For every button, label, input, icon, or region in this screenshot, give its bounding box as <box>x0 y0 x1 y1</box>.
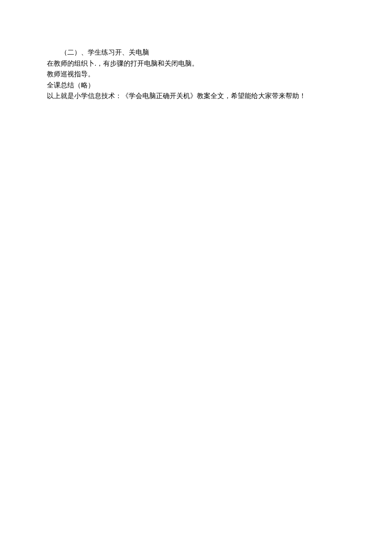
paragraph-line-4: 全课总结（略） <box>47 80 345 91</box>
paragraph-line-3: 教师巡视指导。 <box>47 69 345 80</box>
document-content: （二）、学生练习开、关电脑 在教师的组织卜.，有步骤的打开电脑和关闭电脑。 教师… <box>47 47 345 102</box>
paragraph-line-1: （二）、学生练习开、关电脑 <box>47 47 345 58</box>
paragraph-line-5: 以上就是小学信息技术：《学会电脑正确开关机》教案全文，希望能给大家带来帮助！ <box>47 90 345 102</box>
paragraph-line-2: 在教师的组织卜.，有步骤的打开电脑和关闭电脑。 <box>47 58 345 69</box>
